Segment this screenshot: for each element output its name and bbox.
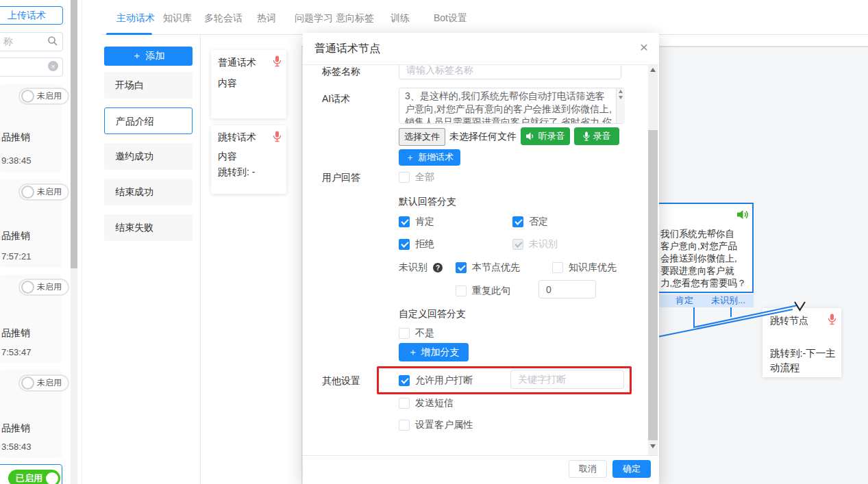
checkbox-not[interactable] [399,328,410,339]
custom-branch-title: 自定义回答分支 [399,308,466,320]
mic-icon [583,131,590,141]
plus-icon: ＋ [408,346,418,359]
checkbox-negative[interactable] [512,216,523,227]
add-branch-button[interactable]: ＋ 增加分支 [399,343,469,361]
node-card-normal-script[interactable]: 普通话术 内容 [211,50,286,118]
script-card-title: 品推销 [1,131,30,144]
field-ai-script: AI话术 [322,93,350,105]
checkbox-node-first[interactable] [456,262,467,273]
scroll-down-arrow-icon[interactable] [619,96,623,99]
upload-script-button[interactable]: 上传话术 [0,6,63,25]
checkbox-unrecognized-label: 未识别 [529,238,558,251]
toggle-label: 未启用 [37,186,62,198]
node-edit-modal: 普通话术节点 × 标签名称 AI话术 3、是这样的,我们系统先帮你自动打电话筛选… [303,33,659,484]
flow-item-end-fail[interactable]: 结束失败 [104,214,193,241]
checkbox-row-refuse: 拒绝 [399,238,434,251]
search-icon[interactable] [47,36,58,47]
bubble-text-line: 力,您看您有需要吗？ [660,277,746,290]
listen-recording-label: 听录音 [538,130,565,142]
checkbox-negative-label: 否定 [529,216,548,228]
checkbox-refuse-label: 拒绝 [415,238,434,251]
flow-item-invite-success[interactable]: 邀约成功 [104,143,193,170]
listen-recording-button[interactable]: 听录音 [521,127,570,145]
checkbox-all-label: 全部 [415,171,434,183]
confirm-button[interactable]: 确定 [612,460,651,478]
toggle-knob [21,281,34,294]
add-script-button[interactable]: ＋ 新增话术 [399,149,460,166]
script-card-time: 3:58:43 [1,442,31,452]
speaker-icon [526,132,535,140]
checkbox-customer-attr[interactable] [399,420,410,431]
flow-item-product-intro[interactable]: 产品介绍 [104,107,193,134]
jump-node-card[interactable]: 跳转节点 跳转到:-下一主动流程 [762,308,841,377]
checkbox-sms[interactable] [399,398,410,409]
sidebar-divider [82,0,82,484]
speaker-icon[interactable] [737,209,749,220]
add-flow-button[interactable]: ＋ 添加 [104,47,193,66]
plus-icon: ＋ [406,151,414,164]
checkbox-sms-label: 发送短信 [415,397,454,409]
tab-knowledge-base[interactable]: 知识库 [163,9,192,27]
enable-toggle-on[interactable]: 已启用 [8,470,60,484]
ai-script-textarea[interactable]: 3、是这样的,我们系统先帮你自动打电话筛选客户意向,对您产品有意向的客户会推送到… [399,88,625,124]
sidebar-scrollbar-thumb[interactable] [71,0,77,268]
script-card-title: 品推销 [1,230,30,242]
tab-hot-words[interactable]: 热词 [257,9,276,27]
enable-toggle[interactable]: 未启用 [18,279,69,296]
toggle-label: 未启用 [37,377,62,389]
enable-toggle[interactable]: 未启用 [18,374,69,392]
bubble-text-line: 会推送到你微信上, [660,253,737,265]
toggle-label: 未启用 [37,90,62,102]
checkbox-kb-first[interactable] [552,262,563,273]
keyword-interrupt-input[interactable] [510,370,624,389]
checkbox-row-sms: 发送短信 [399,397,454,409]
checkbox-row-affirm: 肯定 [399,216,434,228]
clear-icon[interactable]: × [48,61,58,71]
bubble-text-line: 要跟进意向客户就 [660,265,734,277]
flow-item-end-success[interactable]: 结束成功 [104,179,193,205]
tab-training[interactable]: 训练 [390,9,410,27]
tab-main-script[interactable]: 主动话术 [116,9,155,27]
checkbox-affirm[interactable] [399,216,410,227]
tab-bot-settings[interactable]: Bot设置 [434,9,467,27]
toggle-label: 已启用 [16,472,42,484]
checkbox-row-kb-first: 知识库优先 [552,262,617,274]
node-card-content-label: 内容 [218,77,237,90]
toggle-knob [21,186,34,199]
scroll-up-arrow-icon[interactable] [619,90,623,93]
scroll-down-arrow-icon[interactable] [650,444,656,448]
scroll-up-arrow-icon[interactable] [650,68,656,72]
textarea-scrollbar[interactable] [616,88,625,123]
unrecognized-label: 未识别 [399,262,427,274]
flow-column-divider [200,35,201,484]
repeat-count-input[interactable] [538,280,596,298]
plus-icon: ＋ [132,50,142,62]
checkbox-all[interactable] [399,172,410,183]
tab-multi-round[interactable]: 多轮会话 [204,9,243,27]
checkbox-affirm-label: 肯定 [415,216,434,228]
node-card-jump-script[interactable]: 跳转话术 内容 跳转到: - [211,125,286,194]
app-root: 主动话术 知识库 多轮会话 热词 问题学习 意向标签 训练 Bot设置 上传话术… [0,0,868,484]
cancel-button[interactable]: 取消 [569,460,607,478]
checkbox-interrupt[interactable] [399,375,410,386]
active-tab-underline [106,33,152,35]
branch-tab-unrecognized[interactable]: 未识别... [711,294,745,307]
flow-item-opening[interactable]: 开场白 [104,72,193,99]
choose-file-button[interactable]: 选择文件 [399,128,445,146]
mic-icon [273,55,282,67]
tab-question-learning[interactable]: 问题学习 [295,9,333,27]
checkbox-refuse[interactable] [399,239,410,250]
help-icon[interactable]: ? [433,263,443,272]
modal-scrollbar-thumb[interactable] [648,130,658,440]
other-settings-label: 其他设置 [322,375,360,387]
record-button[interactable]: 录音 [574,127,619,145]
tab-intent-tags[interactable]: 意向标签 [336,9,374,27]
enable-toggle[interactable]: 未启用 [18,183,69,201]
node-card-content-label: 内容 [218,151,237,163]
checkbox-unrecognized[interactable] [512,239,523,250]
checkbox-repeat[interactable] [456,285,467,296]
branch-tab-affirm[interactable]: 肯定 [675,294,693,307]
file-status-text: 未选择任何文件 [449,131,517,143]
close-icon[interactable]: × [640,40,648,54]
enable-toggle[interactable]: 未启用 [18,88,69,105]
